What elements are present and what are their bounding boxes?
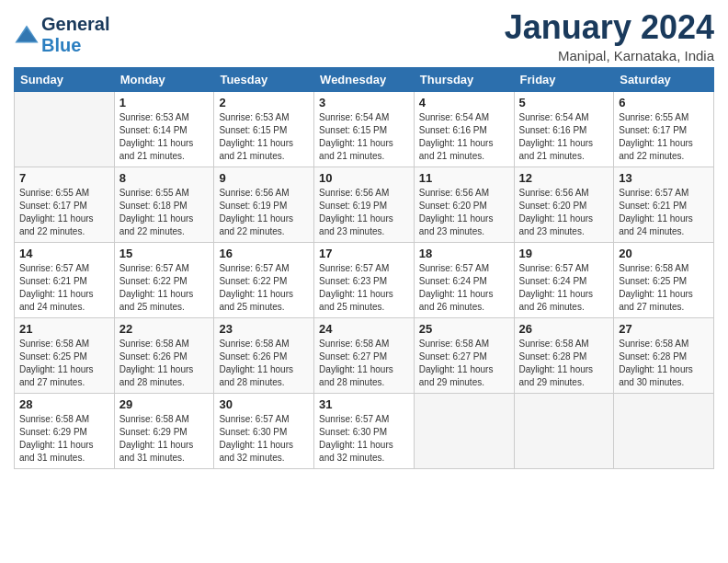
calendar-cell: 1Sunrise: 6:53 AM Sunset: 6:14 PM Daylig… bbox=[114, 91, 214, 167]
calendar-cell: 3Sunrise: 6:54 AM Sunset: 6:15 PM Daylig… bbox=[314, 91, 415, 167]
day-info: Sunrise: 6:57 AM Sunset: 6:30 PM Dayligh… bbox=[219, 413, 309, 465]
calendar-cell: 7Sunrise: 6:55 AM Sunset: 6:17 PM Daylig… bbox=[15, 167, 115, 242]
calendar-cell: 18Sunrise: 6:57 AM Sunset: 6:24 PM Dayli… bbox=[414, 242, 514, 317]
weekday-header-sunday: Sunday bbox=[15, 67, 115, 91]
day-number: 18 bbox=[419, 247, 509, 260]
day-number: 26 bbox=[519, 322, 609, 336]
day-number: 20 bbox=[619, 247, 709, 260]
calendar-cell: 29Sunrise: 6:58 AM Sunset: 6:29 PM Dayli… bbox=[114, 393, 214, 468]
title-block: January 2024 Manipal, Karnataka, India bbox=[505, 9, 714, 63]
calendar-cell: 31Sunrise: 6:57 AM Sunset: 6:30 PM Dayli… bbox=[314, 393, 415, 468]
weekday-header-wednesday: Wednesday bbox=[314, 67, 415, 91]
day-info: Sunrise: 6:54 AM Sunset: 6:15 PM Dayligh… bbox=[319, 111, 409, 163]
day-number: 28 bbox=[19, 397, 109, 411]
day-info: Sunrise: 6:57 AM Sunset: 6:22 PM Dayligh… bbox=[119, 262, 210, 314]
calendar-cell: 16Sunrise: 6:57 AM Sunset: 6:22 PM Dayli… bbox=[214, 242, 314, 317]
day-number: 1 bbox=[119, 96, 210, 109]
calendar-cell: 25Sunrise: 6:58 AM Sunset: 6:27 PM Dayli… bbox=[414, 317, 514, 393]
day-number: 14 bbox=[19, 247, 109, 260]
calendar-cell: 27Sunrise: 6:58 AM Sunset: 6:28 PM Dayli… bbox=[614, 317, 714, 393]
day-number: 24 bbox=[319, 322, 409, 336]
day-info: Sunrise: 6:57 AM Sunset: 6:21 PM Dayligh… bbox=[619, 187, 709, 238]
day-info: Sunrise: 6:58 AM Sunset: 6:28 PM Dayligh… bbox=[519, 338, 609, 389]
day-info: Sunrise: 6:58 AM Sunset: 6:25 PM Dayligh… bbox=[19, 338, 109, 389]
calendar-cell: 4Sunrise: 6:54 AM Sunset: 6:16 PM Daylig… bbox=[414, 91, 514, 167]
calendar-cell: 23Sunrise: 6:58 AM Sunset: 6:26 PM Dayli… bbox=[214, 317, 314, 393]
day-info: Sunrise: 6:56 AM Sunset: 6:19 PM Dayligh… bbox=[319, 187, 409, 238]
day-info: Sunrise: 6:58 AM Sunset: 6:27 PM Dayligh… bbox=[319, 338, 409, 389]
day-number: 12 bbox=[519, 171, 609, 185]
calendar-cell: 19Sunrise: 6:57 AM Sunset: 6:24 PM Dayli… bbox=[514, 242, 614, 317]
calendar-cell: 30Sunrise: 6:57 AM Sunset: 6:30 PM Dayli… bbox=[214, 393, 314, 468]
day-info: Sunrise: 6:58 AM Sunset: 6:26 PM Dayligh… bbox=[219, 338, 309, 389]
day-number: 17 bbox=[319, 247, 409, 260]
weekday-header-saturday: Saturday bbox=[614, 67, 714, 91]
calendar-cell: 9Sunrise: 6:56 AM Sunset: 6:19 PM Daylig… bbox=[214, 167, 314, 242]
calendar-cell: 6Sunrise: 6:55 AM Sunset: 6:17 PM Daylig… bbox=[614, 91, 714, 167]
day-info: Sunrise: 6:54 AM Sunset: 6:16 PM Dayligh… bbox=[419, 111, 509, 163]
day-info: Sunrise: 6:56 AM Sunset: 6:20 PM Dayligh… bbox=[419, 187, 509, 238]
day-number: 13 bbox=[619, 171, 709, 185]
weekday-header-monday: Monday bbox=[114, 67, 214, 91]
calendar-cell: 2Sunrise: 6:53 AM Sunset: 6:15 PM Daylig… bbox=[214, 91, 314, 167]
calendar-cell: 17Sunrise: 6:57 AM Sunset: 6:23 PM Dayli… bbox=[314, 242, 415, 317]
day-number: 2 bbox=[219, 96, 309, 109]
calendar-cell bbox=[414, 393, 514, 468]
day-info: Sunrise: 6:55 AM Sunset: 6:17 PM Dayligh… bbox=[19, 187, 109, 238]
calendar-cell: 24Sunrise: 6:58 AM Sunset: 6:27 PM Dayli… bbox=[314, 317, 415, 393]
calendar-cell bbox=[614, 393, 714, 468]
day-number: 25 bbox=[419, 322, 509, 336]
day-number: 31 bbox=[319, 397, 409, 411]
day-number: 7 bbox=[19, 171, 109, 185]
day-info: Sunrise: 6:57 AM Sunset: 6:23 PM Dayligh… bbox=[319, 262, 409, 314]
week-row-2: 7Sunrise: 6:55 AM Sunset: 6:17 PM Daylig… bbox=[15, 167, 714, 242]
day-number: 23 bbox=[219, 322, 309, 336]
calendar-cell: 14Sunrise: 6:57 AM Sunset: 6:21 PM Dayli… bbox=[15, 242, 115, 317]
day-info: Sunrise: 6:57 AM Sunset: 6:24 PM Dayligh… bbox=[419, 262, 509, 314]
day-info: Sunrise: 6:57 AM Sunset: 6:24 PM Dayligh… bbox=[519, 262, 609, 314]
week-row-1: 1Sunrise: 6:53 AM Sunset: 6:14 PM Daylig… bbox=[15, 91, 714, 167]
week-row-3: 14Sunrise: 6:57 AM Sunset: 6:21 PM Dayli… bbox=[15, 242, 714, 317]
day-number: 8 bbox=[119, 171, 210, 185]
page-container: General Blue January 2024 Manipal, Karna… bbox=[0, 0, 728, 478]
day-number: 29 bbox=[119, 397, 210, 411]
calendar-cell: 26Sunrise: 6:58 AM Sunset: 6:28 PM Dayli… bbox=[514, 317, 614, 393]
calendar-cell: 20Sunrise: 6:58 AM Sunset: 6:25 PM Dayli… bbox=[614, 242, 714, 317]
day-info: Sunrise: 6:56 AM Sunset: 6:20 PM Dayligh… bbox=[519, 187, 609, 238]
day-number: 11 bbox=[419, 171, 509, 185]
header: General Blue January 2024 Manipal, Karna… bbox=[14, 9, 714, 63]
day-info: Sunrise: 6:54 AM Sunset: 6:16 PM Dayligh… bbox=[519, 111, 609, 163]
weekday-header-row: SundayMondayTuesdayWednesdayThursdayFrid… bbox=[15, 67, 714, 91]
calendar-cell bbox=[514, 393, 614, 468]
calendar-cell: 28Sunrise: 6:58 AM Sunset: 6:29 PM Dayli… bbox=[15, 393, 115, 468]
day-number: 22 bbox=[119, 322, 210, 336]
day-info: Sunrise: 6:53 AM Sunset: 6:14 PM Dayligh… bbox=[119, 111, 210, 163]
day-info: Sunrise: 6:57 AM Sunset: 6:21 PM Dayligh… bbox=[19, 262, 109, 314]
day-number: 16 bbox=[219, 247, 309, 260]
day-number: 6 bbox=[619, 96, 709, 109]
day-number: 21 bbox=[19, 322, 109, 336]
week-row-4: 21Sunrise: 6:58 AM Sunset: 6:25 PM Dayli… bbox=[15, 317, 714, 393]
day-number: 5 bbox=[519, 96, 609, 109]
logo-text: General bbox=[41, 14, 109, 35]
day-number: 27 bbox=[619, 322, 709, 336]
calendar-cell: 12Sunrise: 6:56 AM Sunset: 6:20 PM Dayli… bbox=[514, 167, 614, 242]
month-title: January 2024 bbox=[505, 9, 714, 46]
day-info: Sunrise: 6:58 AM Sunset: 6:25 PM Dayligh… bbox=[619, 262, 709, 314]
calendar-cell: 11Sunrise: 6:56 AM Sunset: 6:20 PM Dayli… bbox=[414, 167, 514, 242]
day-info: Sunrise: 6:57 AM Sunset: 6:22 PM Dayligh… bbox=[219, 262, 309, 314]
day-info: Sunrise: 6:58 AM Sunset: 6:27 PM Dayligh… bbox=[419, 338, 509, 389]
weekday-header-tuesday: Tuesday bbox=[214, 67, 314, 91]
day-info: Sunrise: 6:55 AM Sunset: 6:17 PM Dayligh… bbox=[619, 111, 709, 163]
logo-blue-text: Blue bbox=[41, 35, 109, 56]
weekday-header-friday: Friday bbox=[514, 67, 614, 91]
day-info: Sunrise: 6:58 AM Sunset: 6:26 PM Dayligh… bbox=[119, 338, 210, 389]
day-number: 4 bbox=[419, 96, 509, 109]
calendar-cell: 13Sunrise: 6:57 AM Sunset: 6:21 PM Dayli… bbox=[614, 167, 714, 242]
day-info: Sunrise: 6:58 AM Sunset: 6:29 PM Dayligh… bbox=[119, 413, 210, 465]
day-number: 19 bbox=[519, 247, 609, 260]
svg-marker-1 bbox=[17, 29, 37, 41]
day-info: Sunrise: 6:57 AM Sunset: 6:30 PM Dayligh… bbox=[319, 413, 409, 465]
day-info: Sunrise: 6:53 AM Sunset: 6:15 PM Dayligh… bbox=[219, 111, 309, 163]
day-number: 10 bbox=[319, 171, 409, 185]
